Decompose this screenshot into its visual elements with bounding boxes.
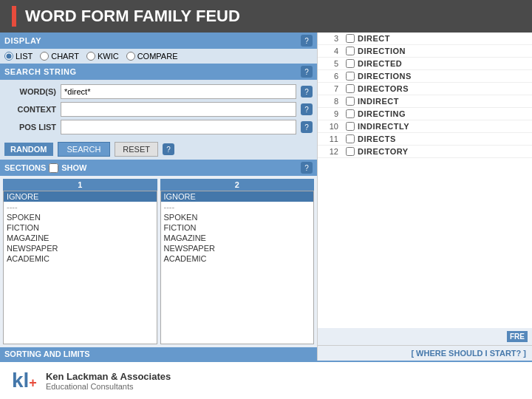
search-button[interactable]: SEARCH — [58, 142, 111, 157]
list-item[interactable]: SPOKEN — [4, 212, 157, 222]
word-text: INDIRECTLY — [358, 122, 529, 131]
list-item[interactable]: NEWSPAPER — [161, 243, 314, 253]
random-button[interactable]: RANDOM — [4, 143, 53, 156]
word-checkbox-input[interactable] — [346, 72, 355, 81]
word-checkbox-input[interactable] — [346, 59, 355, 68]
footer: kl+ Ken Lackman & Associates Educational… — [0, 361, 532, 399]
word-checkbox-cell[interactable] — [343, 59, 358, 68]
word-checkbox-cell[interactable] — [343, 84, 358, 93]
word-input[interactable] — [61, 84, 296, 99]
search-string-section-header: SEARCH STRING ? — [0, 64, 317, 80]
sections-label: SECTIONS — [4, 163, 46, 172]
word-checkbox-cell[interactable] — [343, 72, 358, 81]
sections-show-label: SHOW — [61, 163, 86, 172]
word-num: 7 — [321, 84, 343, 93]
sections-help-button[interactable]: ? — [301, 162, 313, 174]
word-num: 4 — [321, 47, 343, 55]
word-row: WORD(S) ? — [4, 83, 313, 100]
reset-button[interactable]: RESET — [115, 142, 158, 157]
radio-group: LIST CHART KWIC COMPARE — [4, 52, 313, 61]
word-text: DIRECTS — [358, 134, 529, 143]
word-checkbox-cell[interactable] — [343, 34, 358, 43]
word-num: 8 — [321, 97, 343, 106]
table-row: 9 DIRECTING — [318, 108, 532, 120]
word-num: 6 — [321, 72, 343, 81]
col2-listbox[interactable]: IGNORE ---- SPOKEN FICTION MAGAZINE NEWS… — [160, 191, 315, 344]
search-fields: WORD(S) ? CONTEXT ? POS LIST ? — [0, 80, 317, 139]
context-row: CONTEXT ? — [4, 100, 313, 118]
col2-item-divider: ---- — [161, 202, 314, 212]
word-checkbox-input[interactable] — [346, 122, 355, 131]
pos-row: POS LIST ? — [4, 118, 313, 136]
sections-show: SECTIONS SHOW — [4, 163, 86, 173]
display-label: DISPLAY — [4, 36, 41, 45]
radio-list[interactable]: LIST — [4, 52, 33, 61]
context-input[interactable] — [61, 102, 296, 117]
pos-help-button[interactable]: ? — [301, 121, 313, 133]
table-row: 6 DIRECTIONS — [318, 70, 532, 83]
free-label: FRE — [507, 331, 528, 342]
sections-body: 1 IGNORE ---- SPOKEN FICTION MAGAZINE NE… — [0, 176, 317, 347]
start-bar[interactable]: [ WHERE SHOULD I START? ] — [318, 345, 532, 361]
word-table: 3 DIRECT 4 DIRECTION 5 DIRECTED 6 DIRECT… — [318, 33, 532, 328]
word-text: DIRECTED — [358, 59, 529, 68]
list-item[interactable]: ACADEMIC — [161, 253, 314, 264]
word-checkbox-input[interactable] — [346, 134, 355, 143]
list-item[interactable]: MAGAZINE — [4, 233, 157, 243]
search-string-help-button[interactable]: ? — [301, 66, 313, 78]
word-text: DIRECT — [358, 34, 529, 43]
col2-item-ignore[interactable]: IGNORE — [161, 191, 314, 202]
list-item[interactable]: NEWSPAPER — [4, 243, 157, 253]
word-checkbox-cell[interactable] — [343, 47, 358, 55]
table-row: 11 DIRECTS — [318, 133, 532, 146]
page-title: WORD FORM FAMILY FEUD — [25, 7, 240, 26]
list-item[interactable]: MAGAZINE — [161, 233, 314, 243]
table-row: 3 DIRECT — [318, 33, 532, 45]
word-checkbox-cell[interactable] — [343, 134, 358, 143]
pos-label: POS LIST — [4, 123, 56, 132]
word-checkbox-cell[interactable] — [343, 109, 358, 118]
col1-item-ignore[interactable]: IGNORE — [4, 191, 157, 202]
radio-compare-input[interactable] — [126, 52, 135, 61]
word-checkbox-input[interactable] — [346, 47, 355, 55]
word-checkbox-input[interactable] — [346, 147, 355, 156]
radio-compare-label: COMPARE — [137, 52, 178, 61]
list-item[interactable]: ACADEMIC — [4, 253, 157, 264]
main-layout: DISPLAY ? LIST CHART KWIC — [0, 33, 532, 361]
word-checkbox-input[interactable] — [346, 34, 355, 43]
radio-chart[interactable]: CHART — [40, 52, 79, 61]
word-text: DIRECTORS — [358, 84, 529, 93]
radio-compare[interactable]: COMPARE — [126, 52, 178, 61]
word-checkbox-input[interactable] — [346, 109, 355, 118]
display-help-button[interactable]: ? — [301, 35, 313, 47]
word-text: INDIRECT — [358, 97, 529, 106]
sorting-label: SORTING AND LIMITS — [4, 349, 90, 358]
list-item[interactable]: FICTION — [4, 222, 157, 233]
word-checkbox-cell[interactable] — [343, 97, 358, 106]
col1-listbox[interactable]: IGNORE ---- SPOKEN FICTION MAGAZINE NEWS… — [3, 191, 157, 344]
word-checkbox-cell[interactable] — [343, 147, 358, 156]
kl-logo: kl+ — [12, 370, 37, 391]
radio-chart-input[interactable] — [40, 52, 49, 61]
word-num: 12 — [321, 147, 343, 156]
word-num: 3 — [321, 34, 343, 43]
title-bar: WORD FORM FAMILY FEUD — [0, 0, 532, 33]
start-label: [ WHERE SHOULD I START? ] — [411, 349, 526, 358]
word-checkbox-input[interactable] — [346, 97, 355, 106]
col2-number: 2 — [160, 179, 315, 191]
sections-show-checkbox[interactable] — [49, 163, 58, 173]
radio-kwic[interactable]: KWIC — [86, 52, 119, 61]
word-text: DIRECTION — [358, 47, 529, 55]
pos-input[interactable] — [61, 120, 296, 134]
word-checkbox-cell[interactable] — [343, 122, 358, 131]
word-num: 11 — [321, 134, 343, 143]
list-item[interactable]: FICTION — [161, 222, 314, 233]
buttons-help-button[interactable]: ? — [163, 143, 174, 155]
list-item[interactable]: SPOKEN — [161, 212, 314, 222]
radio-kwic-input[interactable] — [86, 52, 95, 61]
context-help-button[interactable]: ? — [301, 103, 313, 115]
word-checkbox-input[interactable] — [346, 84, 355, 93]
radio-list-input[interactable] — [4, 52, 13, 61]
word-help-button[interactable]: ? — [301, 86, 313, 98]
context-label: CONTEXT — [4, 105, 56, 114]
